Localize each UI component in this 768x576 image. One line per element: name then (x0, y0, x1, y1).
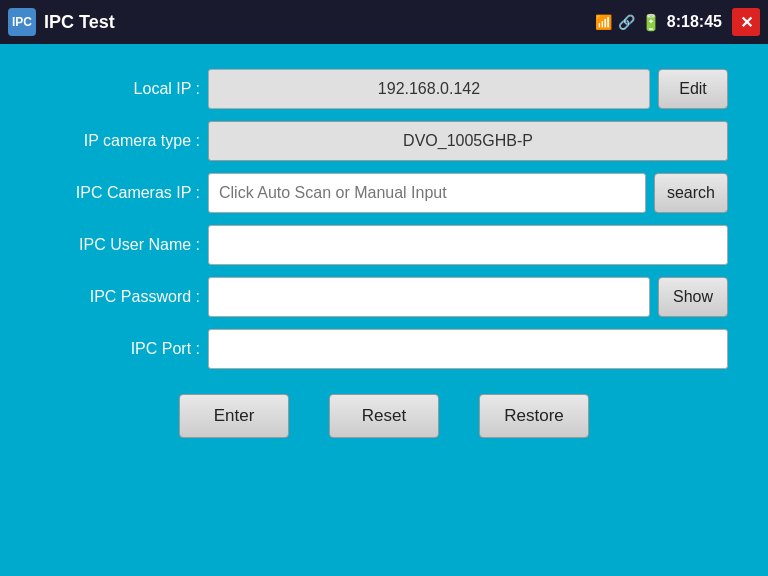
show-password-button[interactable]: Show (658, 277, 728, 317)
enter-button[interactable]: Enter (179, 394, 289, 438)
main-content: Local IP : 192.168.0.142 Edit IP camera … (0, 44, 768, 458)
restore-button[interactable]: Restore (479, 394, 589, 438)
clock: 8:18:45 (667, 13, 722, 31)
ipc-password-label: IPC Password : (40, 288, 200, 306)
ipc-username-label: IPC User Name : (40, 236, 200, 254)
ipc-port-label: IPC Port : (40, 340, 200, 358)
camera-type-value[interactable]: DVO_1005GHB-P (208, 121, 728, 161)
bluetooth-icon: 🔗 (618, 14, 635, 30)
ipc-cameras-ip-label: IPC Cameras IP : (40, 184, 200, 202)
search-button[interactable]: search (654, 173, 728, 213)
title-bar: IPC IPC Test 📶 🔗 🔋 8:18:45 ✕ (0, 0, 768, 44)
camera-type-row: IP camera type : DVO_1005GHB-P (40, 120, 728, 162)
camera-type-label: IP camera type : (40, 132, 200, 150)
ipc-port-input[interactable] (208, 329, 728, 369)
ipc-username-input[interactable] (208, 225, 728, 265)
reset-button[interactable]: Reset (329, 394, 439, 438)
ipc-cameras-ip-row: IPC Cameras IP : search (40, 172, 728, 214)
local-ip-row: Local IP : 192.168.0.142 Edit (40, 68, 728, 110)
ipc-cameras-ip-input[interactable] (208, 173, 646, 213)
ipc-port-row: IPC Port : (40, 328, 728, 370)
ipc-username-row: IPC User Name : (40, 224, 728, 266)
battery-icon: 🔋 (641, 13, 661, 32)
edit-button[interactable]: Edit (658, 69, 728, 109)
ipc-password-input[interactable] (208, 277, 650, 317)
ipc-password-row: IPC Password : Show (40, 276, 728, 318)
local-ip-label: Local IP : (40, 80, 200, 98)
signal-icon: 📶 (595, 14, 612, 30)
local-ip-value: 192.168.0.142 (208, 69, 650, 109)
app-title: IPC Test (44, 12, 595, 33)
status-area: 📶 🔗 🔋 8:18:45 ✕ (595, 8, 760, 36)
app-icon: IPC (8, 8, 36, 36)
bottom-buttons: Enter Reset Restore (40, 394, 728, 438)
close-button[interactable]: ✕ (732, 8, 760, 36)
